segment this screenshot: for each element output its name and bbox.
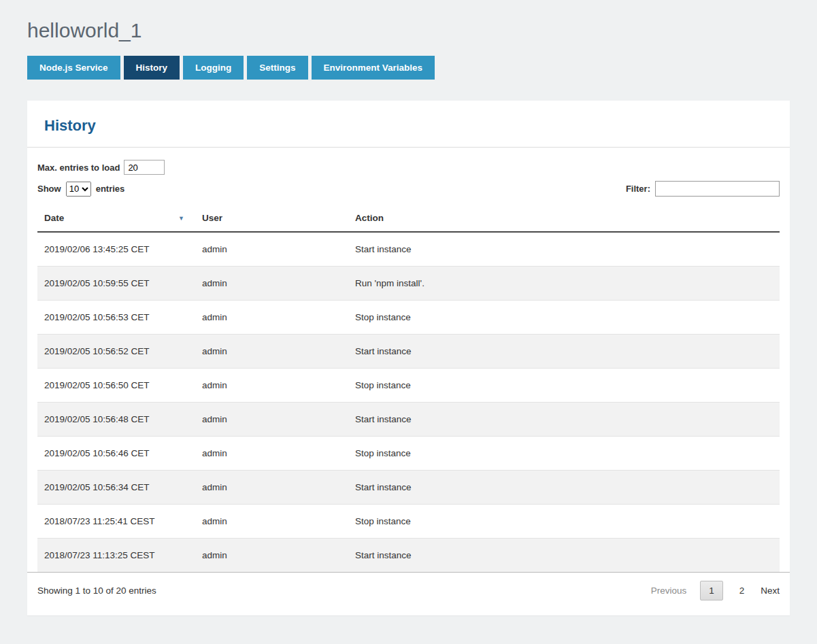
table-footer: Showing 1 to 10 of 20 entries Previous 1… <box>27 572 790 615</box>
tab-history[interactable]: History <box>124 56 180 80</box>
show-label: Show <box>37 184 61 194</box>
filter-label: Filter: <box>626 184 650 194</box>
table-row: 2019/02/05 10:56:46 CETadminStop instanc… <box>37 437 780 471</box>
cell-date: 2019/02/06 13:45:25 CET <box>37 232 195 267</box>
cell-user: admin <box>195 505 348 539</box>
page-length-group: Show 10 entries <box>37 182 124 197</box>
max-entries-input[interactable] <box>124 160 165 175</box>
cell-user: admin <box>195 301 348 335</box>
pagination-page-1[interactable]: 1 <box>700 581 723 600</box>
cell-date: 2018/07/23 11:25:41 CEST <box>37 505 195 539</box>
max-entries-row: Max. entries to load <box>37 160 780 175</box>
cell-user: admin <box>195 403 348 437</box>
cell-date: 2019/02/05 10:56:46 CET <box>37 437 195 471</box>
table-row: 2019/02/05 10:56:48 CETadminStart instan… <box>37 403 780 437</box>
cell-action: Stop instance <box>348 437 780 471</box>
table-row: 2019/02/05 10:59:55 CETadminRun 'npm ins… <box>37 267 780 301</box>
cell-user: admin <box>195 267 348 301</box>
history-table: Date ▼ User Action 2019/02/06 13:45:25 C… <box>37 206 780 572</box>
panel-heading: History <box>44 117 773 135</box>
cell-user: admin <box>195 232 348 267</box>
table-summary: Showing 1 to 10 of 20 entries <box>37 586 156 596</box>
table-row: 2019/02/05 10:56:53 CETadminStop instanc… <box>37 301 780 335</box>
cell-date: 2019/02/05 10:59:55 CET <box>37 267 195 301</box>
table-row: 2018/07/23 11:25:41 CESTadminStop instan… <box>37 505 780 539</box>
pagination-next[interactable]: Next <box>761 586 780 596</box>
cell-user: admin <box>195 369 348 403</box>
filter-input[interactable] <box>655 181 780 197</box>
panel-heading-section: History <box>27 101 790 148</box>
cell-action: Start instance <box>348 403 780 437</box>
column-header-user[interactable]: User <box>195 206 348 232</box>
cell-action: Stop instance <box>348 301 780 335</box>
cell-user: admin <box>195 437 348 471</box>
cell-action: Stop instance <box>348 369 780 403</box>
cell-date: 2019/02/05 10:56:53 CET <box>37 301 195 335</box>
column-header-date-label: Date <box>44 213 64 223</box>
cell-action: Run 'npm install'. <box>348 267 780 301</box>
tab-environment-variables[interactable]: Environment Variables <box>312 56 435 80</box>
table-row: 2018/07/23 11:13:25 CESTadminStart insta… <box>37 539 780 573</box>
cell-user: admin <box>195 539 348 573</box>
cell-date: 2019/02/05 10:56:52 CET <box>37 335 195 369</box>
column-header-action[interactable]: Action <box>348 206 780 232</box>
table-row: 2019/02/06 13:45:25 CETadminStart instan… <box>37 232 780 267</box>
table-header-row: Date ▼ User Action <box>37 206 780 232</box>
cell-action: Start instance <box>348 232 780 267</box>
pagination-previous[interactable]: Previous <box>651 586 687 596</box>
cell-action: Start instance <box>348 539 780 573</box>
max-entries-label: Max. entries to load <box>37 163 120 173</box>
cell-date: 2018/07/23 11:13:25 CEST <box>37 539 195 573</box>
table-row: 2019/02/05 10:56:34 CETadminStart instan… <box>37 471 780 505</box>
cell-date: 2019/02/05 10:56:34 CET <box>37 471 195 505</box>
page-length-select[interactable]: 10 <box>66 182 91 197</box>
table-row: 2019/02/05 10:56:52 CETadminStart instan… <box>37 335 780 369</box>
cell-action: Start instance <box>348 471 780 505</box>
page: helloworld_1 Node.js ServiceHistoryLoggi… <box>0 0 817 641</box>
column-header-date[interactable]: Date ▼ <box>37 206 195 232</box>
tab-settings[interactable]: Settings <box>247 56 307 80</box>
panel-body: Max. entries to load Show 10 entries Fil… <box>27 148 790 572</box>
table-row: 2019/02/05 10:56:50 CETadminStop instanc… <box>37 369 780 403</box>
filter-group: Filter: <box>626 181 780 197</box>
cell-action: Start instance <box>348 335 780 369</box>
cell-user: admin <box>195 335 348 369</box>
history-panel: History Max. entries to load Show 10 ent… <box>27 101 790 615</box>
tab-logging[interactable]: Logging <box>183 56 244 80</box>
table-controls-row: Show 10 entries Filter: <box>37 181 780 197</box>
cell-date: 2019/02/05 10:56:48 CET <box>37 403 195 437</box>
tab-bar: Node.js ServiceHistoryLoggingSettingsEnv… <box>27 56 790 80</box>
cell-action: Stop instance <box>348 505 780 539</box>
page-title: helloworld_1 <box>27 0 790 56</box>
tab-node-js-service[interactable]: Node.js Service <box>27 56 120 80</box>
sort-desc-icon: ▼ <box>178 215 184 222</box>
entries-label: entries <box>96 184 125 194</box>
cell-user: admin <box>195 471 348 505</box>
pagination: Previous 1 2 Next <box>651 581 780 600</box>
pagination-page-2[interactable]: 2 <box>737 581 748 600</box>
cell-date: 2019/02/05 10:56:50 CET <box>37 369 195 403</box>
